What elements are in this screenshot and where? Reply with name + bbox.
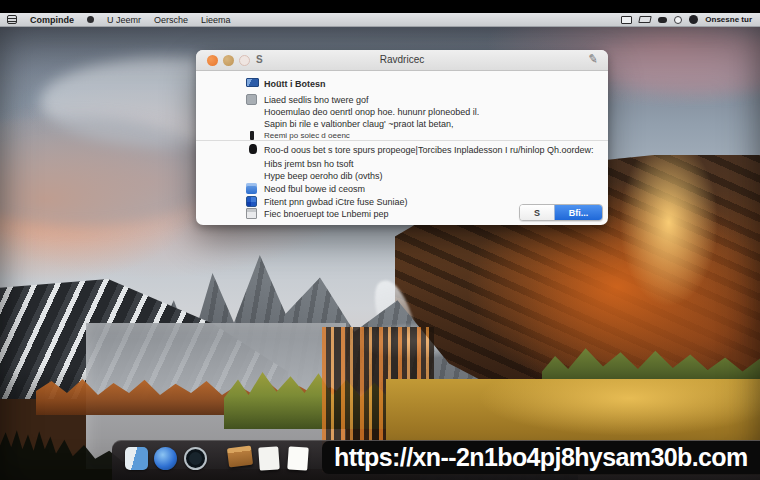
apple-glyph-icon xyxy=(249,144,257,154)
url-overlay: https://xn--2n1bo4pj8hysam30b.com xyxy=(322,441,760,474)
menu-item-2[interactable]: Oersche xyxy=(154,15,188,25)
status-text[interactable]: Onsesne tur xyxy=(705,15,752,24)
menu-app-name[interactable]: Compinde xyxy=(30,15,74,25)
pencil-icon[interactable]: ✎ xyxy=(587,51,599,66)
dialog-button-group: S Bfi... xyxy=(519,204,603,221)
primary-button[interactable]: Bfi... xyxy=(554,205,602,220)
dialog-row-text: Reemi po soiec d oeenc xyxy=(264,131,350,140)
menu-extra-icon[interactable] xyxy=(689,15,698,24)
document-icon[interactable] xyxy=(287,446,309,470)
dialog-row: Sapin bi rile e valtionber claug' ~praot… xyxy=(196,118,608,130)
menu-bar-status: Onsesne tur xyxy=(621,15,760,24)
dialog-row: Neod fbul bowe id ceosm xyxy=(196,183,608,195)
notes-icon[interactable] xyxy=(258,446,280,470)
dialog-row: Hibs jremt bsn ho tsoft xyxy=(196,158,608,170)
menu-bar: Compinde U Jeemr Oersche Lieema Onsesne … xyxy=(0,13,760,27)
photos-grid-icon xyxy=(246,196,257,207)
dialog-row: Hoütt i Botesn xyxy=(196,78,608,90)
blue-document-icon xyxy=(246,183,257,194)
dialog-divider xyxy=(196,140,608,141)
dialog-row-text: Hooemulao deo oenrtl onop hoe. hununr pl… xyxy=(264,107,479,117)
url-text: https://xn--2n1bo4pj8hysam30b.com xyxy=(334,443,748,472)
dialog-title-bar[interactable]: S Ravdricec ✎ xyxy=(196,50,608,71)
camera-lens-icon[interactable] xyxy=(184,447,207,470)
dialog-row: Liaed sedlis bno twere gof xyxy=(196,94,608,106)
dialog-row: Hooemulao deo oenrtl onop hoe. hununr pl… xyxy=(196,106,608,118)
circle-outline-icon[interactable] xyxy=(674,16,682,24)
archive-box-icon xyxy=(246,208,257,219)
dialog-window: S Ravdricec ✎ Hoütt i Botesn Liaed sedli… xyxy=(196,50,608,225)
dialog-row: Hype beep oeroho dib (ovths) xyxy=(196,170,608,182)
dialog-row-text: Liaed sedlis bno twere gof xyxy=(264,95,369,105)
marker-icon xyxy=(250,131,254,140)
folder-icon[interactable] xyxy=(227,446,253,468)
desktop-screen: Compinde U Jeemr Oersche Lieema Onsesne … xyxy=(0,0,760,480)
list-icon[interactable] xyxy=(7,15,17,24)
dialog-row-text: Neod fbul bowe id ceosm xyxy=(264,184,365,194)
menu-item-1[interactable]: U Jeemr xyxy=(107,15,141,25)
dialog-row-text: Hype beep oeroho dib (ovths) xyxy=(264,171,383,181)
flag-icon xyxy=(246,78,259,87)
checkbox-icon[interactable] xyxy=(246,94,257,105)
menu-item-3[interactable]: Lieema xyxy=(201,15,231,25)
apple-logo-icon[interactable] xyxy=(87,16,94,23)
dialog-row-text: Roo-d oous bet s tore spurs propeoge|Tor… xyxy=(264,145,594,155)
dialog-row-text: Fiec bnoeruept toe Lnbemi pep xyxy=(264,209,389,219)
browser-icon[interactable] xyxy=(154,447,177,470)
secondary-button[interactable]: S xyxy=(520,205,554,220)
dialog-title: Ravdricec xyxy=(196,54,608,65)
keyboard-icon[interactable] xyxy=(639,16,652,23)
dialog-row-text: Fitent pnn gwbad iCtre fuse Suniae) xyxy=(264,197,408,207)
menu-bar-left: Compinde U Jeemr Oersche Lieema xyxy=(0,15,231,25)
dialog-row: Roo-d oous bet s tore spurs propeoge|Tor… xyxy=(196,144,608,156)
dialog-row-text: Sapin bi rile e valtionber claug' ~praot… xyxy=(264,119,454,129)
display-icon[interactable] xyxy=(621,16,632,24)
dialog-row-text: Hibs jremt bsn ho tsoft xyxy=(264,159,354,169)
dialog-row-text: Hoütt i Botesn xyxy=(264,79,326,89)
finder-icon[interactable] xyxy=(125,447,148,470)
battery-icon[interactable] xyxy=(658,17,667,23)
